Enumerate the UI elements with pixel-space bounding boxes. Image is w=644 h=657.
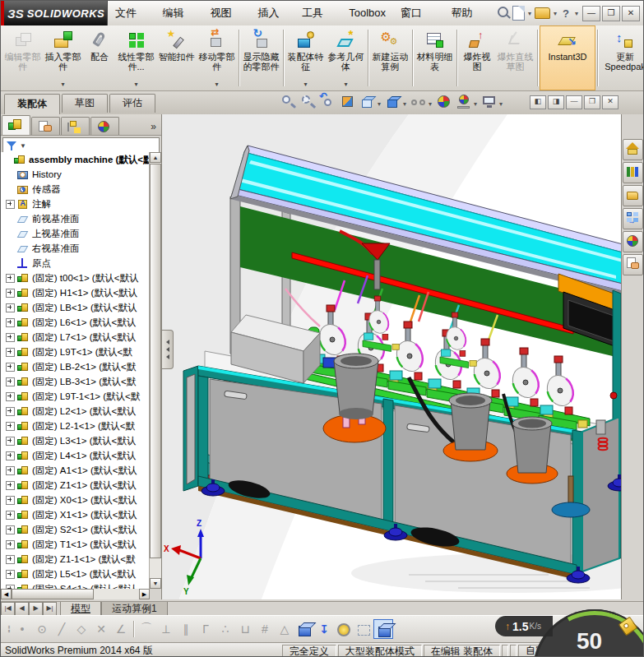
sketch-line-icon[interactable]: ╱ (52, 619, 72, 639)
expand-plus-icon[interactable] (6, 496, 15, 505)
relation-points-icon[interactable]: ∴ (215, 619, 235, 639)
toolbar-separator[interactable] (131, 619, 137, 639)
wireframe-view-icon[interactable] (354, 619, 373, 639)
sketch-polygon-icon[interactable]: ◇ (72, 619, 91, 639)
zoom-fit-icon[interactable] (280, 94, 298, 110)
relation-angle-icon[interactable]: △ (275, 619, 294, 639)
tree-row[interactable]: (固定) A1<1> (默认<默认 (1, 463, 149, 478)
menu-item[interactable]: 帮助(H) (443, 1, 492, 25)
design-library-icon[interactable] (623, 162, 643, 183)
apply-scene-icon[interactable] (455, 94, 473, 110)
solidworks-resources-icon[interactable] (623, 139, 643, 160)
section-view-icon[interactable] (339, 94, 357, 110)
new-dropdown-caret-icon[interactable]: ▾ (526, 10, 533, 17)
mate-button[interactable]: 配合 ▾ (83, 25, 116, 90)
expand-plus-icon[interactable] (6, 363, 15, 372)
tree-row[interactable]: (固定) L9T<1> (默认<默 (1, 345, 149, 359)
tree-row[interactable]: (固定) Z1-1<1> (默认<默 (1, 552, 149, 567)
pane-right-button[interactable]: ◨ (548, 95, 564, 109)
linear-pattern-button[interactable]: 线性零部件... ▾ (116, 25, 156, 90)
dropdown-caret-icon[interactable]: ▾ (474, 100, 477, 108)
tree-row[interactable]: 上视基准面 (1, 226, 149, 241)
tab-nav-button[interactable]: ◀ (15, 602, 29, 616)
expand-plus-icon[interactable] (6, 451, 15, 460)
propertymanager-tab[interactable] (31, 117, 60, 135)
new-document-icon[interactable] (512, 6, 525, 21)
tree-row[interactable]: (固定) Z1<1> (默认<默认 (1, 478, 149, 493)
doc-restore-button[interactable]: ❐ (584, 95, 600, 109)
close-button[interactable]: ✕ (622, 6, 640, 21)
panel-tabs-overflow-button[interactable]: » (151, 121, 160, 135)
menu-item[interactable]: 窗口(W) (393, 1, 443, 25)
exploded-view-button[interactable]: 爆炸视图 ▾ (459, 25, 495, 90)
assembly-machine-3d-model[interactable]: Z X Y (162, 114, 623, 599)
new-motion-study-button[interactable]: 新建运动算例 ▾ (370, 25, 410, 90)
reference-geometry-button[interactable]: 参考几何体 ▾ (326, 25, 366, 90)
tree-row[interactable]: (固定) H1<1> (默认<默认 (1, 285, 149, 300)
relation-perpendicular-icon[interactable]: ⟂ (156, 619, 176, 639)
expand-plus-icon[interactable] (6, 407, 15, 416)
menu-item[interactable]: Toolbox (341, 1, 393, 25)
doc-minimize-button[interactable]: — (566, 95, 582, 109)
bill-of-materials-button[interactable]: 材料明细表 ▾ (415, 25, 455, 90)
horizontal-scroll-thumb[interactable] (12, 589, 94, 599)
scroll-right-icon[interactable]: ▶ (139, 589, 150, 599)
assembly-features-button[interactable]: 装配体特征 ▾ (285, 25, 326, 90)
tree-row[interactable]: (固定) L3<1> (默认<默认 (1, 433, 149, 448)
tree-filter-input[interactable]: ▼ (2, 137, 160, 154)
tree-row[interactable]: (固定) L9T-1<1> (默认<默 (1, 389, 149, 404)
update-speedpak-button[interactable]: 更新 Speedpak ▾ (600, 25, 644, 90)
expand-plus-icon[interactable] (6, 422, 15, 431)
tree-row[interactable]: (固定) L2-1<1> (默认<默 (1, 419, 149, 433)
measure-icon[interactable] (334, 619, 354, 639)
tab-nav-button[interactable]: ▶ (29, 602, 43, 616)
menu-item[interactable]: 文件(F) (108, 1, 155, 25)
expand-plus-icon[interactable] (6, 333, 15, 342)
shaded-view-icon[interactable] (373, 619, 393, 639)
expand-plus-icon[interactable] (6, 570, 15, 579)
tree-row[interactable]: (固定) T1<1> (默认<默认 (1, 537, 149, 552)
tree-row[interactable]: (固定) L5<1> (默认<默认 (1, 567, 149, 581)
tree-row[interactable]: (固定) S2<1> (默认<默认 (1, 522, 149, 537)
expand-plus-icon[interactable] (6, 540, 15, 549)
tree-row[interactable]: (固定) LB<1> (默认<默认 (1, 300, 149, 315)
doc-close-button[interactable]: ✕ (602, 95, 619, 109)
previous-view-icon[interactable] (319, 94, 337, 110)
pane-left-button[interactable]: ◧ (530, 95, 546, 109)
motion-study-tab[interactable]: 运动算例1 (101, 602, 168, 616)
scroll-down-icon[interactable]: ▼ (150, 578, 161, 589)
relation-parallel-icon[interactable]: ∥ (176, 619, 196, 639)
tree-vertical-scrollbar[interactable]: ▲ ▼ (149, 152, 161, 589)
isometric-view-icon[interactable] (294, 619, 314, 639)
tree-row[interactable]: assembly machine (默认<默 (1, 152, 149, 167)
dropdown-caret-icon[interactable]: ▾ (378, 100, 381, 108)
view-orientation-icon[interactable] (359, 94, 377, 110)
restore-button[interactable]: ❐ (602, 6, 620, 21)
displaymanager-tab[interactable] (90, 117, 119, 135)
expand-plus-icon[interactable] (6, 303, 15, 312)
zoom-area-icon[interactable] (299, 94, 317, 110)
edit-appearance-icon[interactable] (435, 94, 453, 110)
menu-item[interactable]: 工具(T) (294, 1, 341, 25)
instant3d-button[interactable]: Instant3D ▾ (540, 25, 595, 90)
expand-plus-icon[interactable] (6, 377, 15, 386)
tab-nav-button[interactable]: |◀ (1, 602, 15, 616)
tree-row[interactable]: (固定) L6<1> (默认<默认 (1, 315, 149, 330)
display-style-icon[interactable] (384, 94, 402, 110)
relation-tangent-icon[interactable]: ⌒ (137, 619, 156, 639)
tree-row[interactable]: (固定) LB-2<1> (默认<默 (1, 359, 149, 374)
tree-row[interactable]: (固定) L4<1> (默认<默认 (1, 448, 149, 463)
tree-row[interactable]: 原点 (1, 256, 149, 271)
tree-row[interactable]: (固定) L7<1> (默认<默认 (1, 330, 149, 345)
open-dropdown-caret-icon[interactable]: ▾ (552, 10, 558, 17)
graphics-viewport[interactable]: Z X Y (162, 114, 623, 599)
tab-assembly[interactable]: 装配体 (4, 94, 60, 114)
configurationmanager-tab[interactable] (61, 117, 90, 135)
dropdown-caret-icon[interactable]: ▾ (499, 100, 503, 108)
grid-icon[interactable]: # (255, 619, 275, 639)
custom-properties-icon[interactable] (623, 254, 643, 275)
help-dropdown-caret-icon[interactable]: ▾ (573, 10, 580, 17)
sketch-point-icon[interactable]: • (12, 619, 32, 639)
corner-rectangle-icon[interactable]: Γ (196, 619, 215, 639)
expand-plus-icon[interactable] (6, 200, 15, 209)
